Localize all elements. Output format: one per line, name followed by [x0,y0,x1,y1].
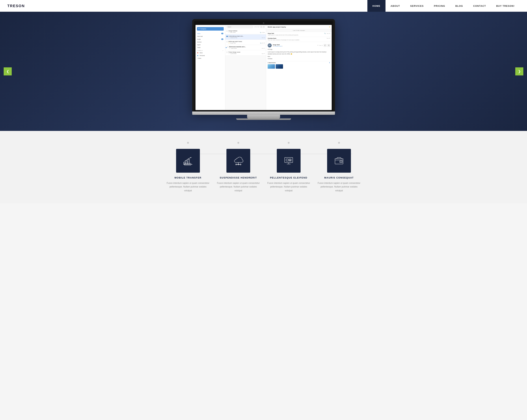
site-logo: TRESON [7,4,25,8]
star-icon[interactable]: ★ [229,53,230,54]
detail-star-icon[interactable]: ★ [329,26,330,28]
next-slide-button[interactable]: ❯ [515,67,523,76]
svg-rect-2 [188,159,189,165]
email-item[interactable]: Mobile app project inquiry ★ Serge Vasil… [225,40,266,45]
svg-point-19 [341,161,341,162]
message-body: Hi Serge, Lorem Ipsum is simply dummy te… [268,48,330,60]
email-sender: ★ Lewis Smith Nov 07 [229,48,265,49]
cloud-network-icon [233,156,243,166]
nav-home[interactable]: HOME [367,0,385,12]
hero-section: ❮ ❯ ✏ Compose [0,12,527,131]
email-checkbox[interactable] [226,30,228,32]
sidebar-item-drafts[interactable]: Drafts 2 [196,38,225,41]
nav-services[interactable]: SERVICES [405,0,429,12]
attachments-section: 2 attachments ⬇ [266,61,331,69]
email-item[interactable]: ✓ Is that what you had in min... ★ Cathe… [225,34,266,40]
email-next-button[interactable]: › [263,26,265,28]
message-preview[interactable]: Christian Davis There are many variation… [266,37,331,42]
attachment-thumb-2[interactable] [276,64,283,69]
sidebar-item-spam[interactable]: Spam [196,43,225,46]
message-preview[interactable]: Serge Vasil Lorem Ipsum is simply dummy … [266,32,331,37]
star-icon[interactable]: ★ [229,48,230,49]
nav-contact[interactable]: CONTACT [468,0,491,12]
laptop-stand [247,115,280,119]
nav-pricing[interactable]: PRICING [429,0,450,12]
svg-rect-15 [289,159,291,160]
prev-slide-button[interactable]: ❮ [4,67,12,76]
feature-dot-3 [288,142,290,144]
email-detail-title: Mobile app project inquiry [268,26,286,28]
sidebar-item-sent[interactable]: Sent mail [196,35,225,38]
sent-label: Sent mail [197,36,203,37]
email-detail: Mobile app project inquiry ★ Load 24 old… [266,25,331,110]
main-star-icon[interactable]: ★ [317,44,318,46]
email-list: 1-24 of 112 ‹ › [225,25,266,110]
compose-button[interactable]: ✏ Compose [197,27,224,31]
compose-label: Compose [200,28,206,30]
features-grid: MOBILE TRANSFER Fusce interdum sapien ut… [163,142,364,192]
msg-paragraph: Lorem Ipsum is simply dummy text of the … [268,51,330,55]
trash-label: Trash [197,47,201,48]
feature-desc: Fusce interdum sapien ut quam consectetu… [166,181,209,192]
more-button[interactable]: ▾ [327,44,330,47]
search-input[interactable] [226,26,253,28]
feature-desc: Fusce interdum sapien ut quam consectetu… [318,181,361,192]
preview-date: Nov 05 [327,38,330,39]
email-detail-header: Mobile app project inquiry ★ [266,25,331,29]
unread-dot [226,47,227,48]
laptop-mockup: ✏ Compose Inbox 3 Sent mail [192,19,335,120]
laptop-screen: ✏ Compose Inbox 3 Sent mail [196,25,332,110]
laptop-camera [263,22,264,24]
preview-sender: Serge Vasil [268,33,323,34]
inbox-badge: 3 [221,33,223,34]
email-checkbox[interactable]: ✓ [226,36,228,37]
nav-blog[interactable]: BLOG [450,0,468,12]
features-section: MOBILE TRANSFER Fusce interdum sapien ut… [0,131,527,203]
work-label: Work [200,52,203,54]
labels-expand[interactable]: + [223,50,223,51]
email-count: 1-24 of 112 [254,26,259,27]
sidebar-item-archive[interactable]: Archive [196,41,225,43]
personal-label: Personal [200,55,205,56]
attachment-thumb-1[interactable] [268,64,275,69]
star-icon[interactable]: ★ [229,32,230,33]
preview-date: Nov 03 [327,33,330,34]
email-time: Nov 10 [262,37,265,38]
spam-label: Spam [197,44,201,45]
email-checkbox[interactable] [226,52,228,53]
svg-rect-1 [186,161,187,165]
nav-buy[interactable]: BUY TRESON! [491,0,520,12]
compose-icon: ✏ [198,28,200,30]
email-prev-button[interactable]: ‹ [260,26,262,28]
star-icon[interactable]: ★ [229,42,230,44]
sidebar-item-more[interactable]: + More [196,57,225,60]
email-item[interactable]: Bistronome materials and s... ★ Lewis Sm… [225,45,266,50]
email-item[interactable]: Design feedback ★ Jack Jones 📎 4:30pm [225,29,266,34]
star-icon[interactable]: ★ [229,37,230,38]
sidebar-item-work[interactable]: Work [196,51,225,54]
email-sidebar: ✏ Compose Inbox 3 Sent mail [196,25,226,110]
email-time: Nov 07 [262,53,265,54]
feature-icon-mauris [327,149,351,173]
email-sender: ★ Serge Vasil 📎 Nov 09 [229,42,265,44]
email-nav-arrows: ‹ › [260,26,265,28]
feature-title: PELLENTESQUE ELEIFEND [267,176,310,179]
load-older[interactable]: Load 24 older messages [266,29,331,32]
sidebar-item-inbox[interactable]: Inbox 3 [196,32,225,35]
main-to: To Christian Davis ▾ [273,45,316,47]
email-checkbox[interactable] [227,46,229,48]
laptop-base [192,111,335,115]
download-all-button[interactable]: ⬇ [329,62,330,64]
email-item[interactable]: Product design course ★ Camilla Belle No… [225,50,266,56]
email-checkbox[interactable] [226,41,228,42]
sidebar-item-trash[interactable]: Trash [196,46,225,49]
sidebar-item-personal[interactable]: Personal [196,54,225,57]
svg-rect-16 [289,160,291,161]
preview-sender: Christian Davis [268,38,326,39]
nav-about[interactable]: ABOUT [385,0,405,12]
labels-title: LABELS [197,50,203,51]
reply-button[interactable]: ↩ [324,44,327,47]
chart-icon [183,156,193,166]
email-list-header: 1-24 of 112 ‹ › [225,25,266,29]
msg-sign: Best, [268,56,330,57]
